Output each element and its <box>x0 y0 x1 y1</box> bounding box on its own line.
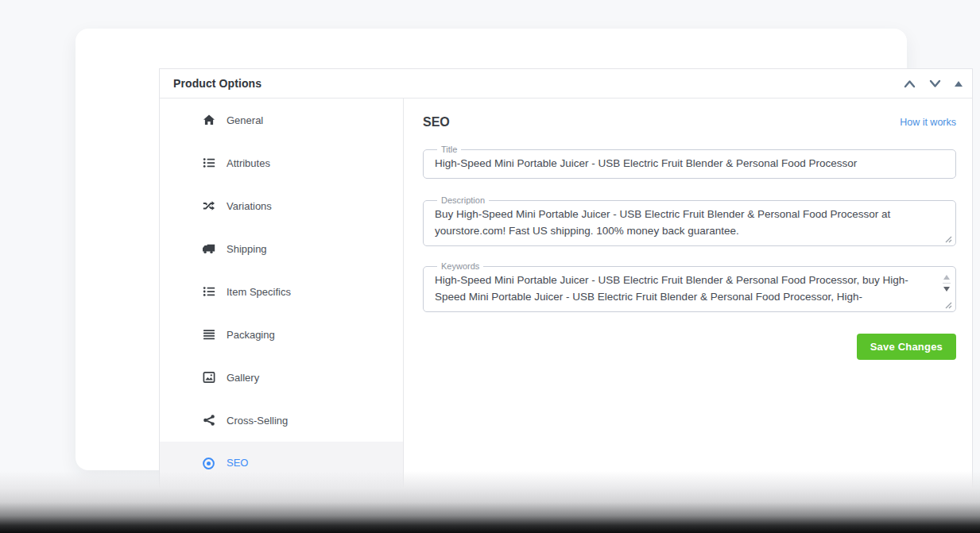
sidebar-item-label: Attributes <box>227 157 270 169</box>
save-changes-button[interactable]: Save Changes <box>857 334 956 360</box>
image-icon <box>202 371 215 384</box>
sidebar-item-item-specifics[interactable]: Item Specifics <box>160 270 403 313</box>
list-icon <box>202 285 215 299</box>
panel-body: General Attributes Variations <box>160 98 972 490</box>
page-background: Product Options <box>0 0 980 533</box>
truck-icon <box>202 242 215 256</box>
seo-heading: SEO <box>423 115 450 129</box>
keywords-field: Keywords High-Speed Mini Portable Juicer… <box>423 261 956 312</box>
keywords-textarea[interactable]: High-Speed Mini Portable Juicer - USB El… <box>433 272 946 305</box>
page-bottom-shadow <box>0 471 980 533</box>
panel-header-controls <box>904 79 963 88</box>
sidebar-item-label: SEO <box>227 457 248 469</box>
bars-icon <box>202 328 215 342</box>
save-row: Save Changes <box>423 334 956 360</box>
sidebar-item-cross-selling[interactable]: Cross-Selling <box>160 399 403 442</box>
title-field-label: Title <box>437 145 461 154</box>
seo-content: SEO How it works Title Description Buy H… <box>404 98 972 490</box>
scroll-up-icon[interactable] <box>904 79 916 88</box>
collapse-up-icon[interactable] <box>955 81 963 87</box>
sidebar-nav: General Attributes Variations <box>160 98 404 490</box>
sidebar-item-general[interactable]: General <box>160 98 403 141</box>
scrollbar-down-icon[interactable] <box>943 287 950 292</box>
description-field: Description Buy High-Speed Mini Portable… <box>423 195 956 246</box>
resize-handle-icon[interactable] <box>945 236 952 243</box>
sidebar-item-shipping[interactable]: Shipping <box>160 227 403 270</box>
description-textarea[interactable]: Buy High-Speed Mini Portable Juicer - US… <box>433 206 946 239</box>
panel-header: Product Options <box>160 69 972 98</box>
sidebar-item-label: Cross-Selling <box>227 415 288 427</box>
how-it-works-link[interactable]: How it works <box>900 117 956 128</box>
dot-circle-icon <box>202 457 215 470</box>
share-icon <box>202 414 215 427</box>
sidebar-item-label: General <box>227 114 263 126</box>
panel-title: Product Options <box>173 77 261 90</box>
seo-content-header: SEO How it works <box>423 115 956 129</box>
shuffle-icon <box>202 199 215 213</box>
scrollbar-up-icon[interactable] <box>943 275 950 280</box>
sidebar-item-label: Shipping <box>227 243 267 255</box>
keywords-field-label: Keywords <box>437 261 483 271</box>
title-field: Title <box>423 145 956 179</box>
product-options-panel: Product Options <box>159 68 973 491</box>
scrollbar-divider <box>943 283 951 284</box>
keywords-scrollbar <box>942 275 951 292</box>
sidebar-item-label: Gallery <box>227 372 259 384</box>
list-icon <box>202 156 215 170</box>
title-input[interactable] <box>433 155 946 172</box>
scroll-down-icon[interactable] <box>929 79 941 88</box>
sidebar-item-label: Item Specifics <box>227 286 291 298</box>
description-field-label: Description <box>437 195 489 205</box>
resize-handle-icon[interactable] <box>945 302 952 309</box>
sidebar-item-attributes[interactable]: Attributes <box>160 141 403 184</box>
home-icon <box>202 114 215 127</box>
sidebar-item-variations[interactable]: Variations <box>160 184 403 227</box>
sidebar-item-label: Packaging <box>227 329 275 341</box>
product-options-card: Product Options <box>76 29 907 470</box>
sidebar-item-gallery[interactable]: Gallery <box>160 356 403 399</box>
sidebar-item-packaging[interactable]: Packaging <box>160 313 403 356</box>
sidebar-item-label: Variations <box>227 200 272 212</box>
